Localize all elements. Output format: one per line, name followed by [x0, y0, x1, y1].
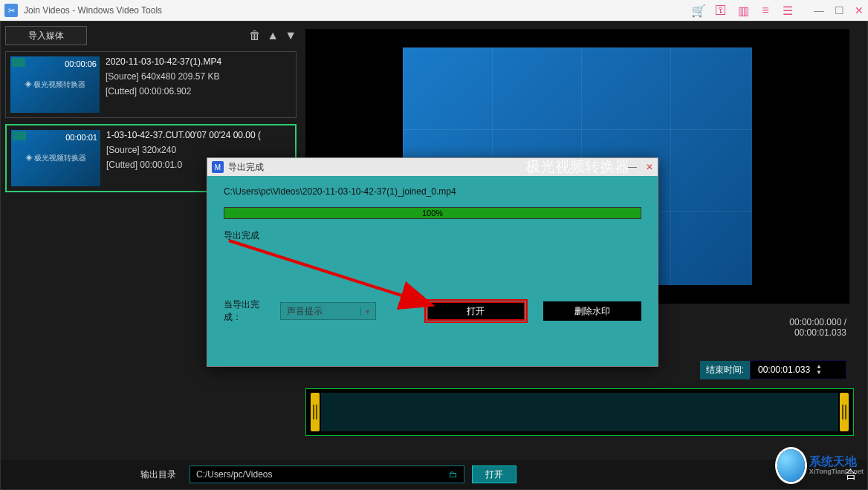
media-cutted: [Cutted] 00:00:06.902 — [106, 86, 221, 97]
end-time-input[interactable]: 00:00:01.033 ▲▼ — [750, 360, 846, 379]
window-title: Join Videos - Windows Video Tools — [24, 5, 162, 16]
output-path-field[interactable]: C:/Users/pc/Videos 🗀 — [190, 466, 464, 483]
on-complete-select[interactable]: 声音提示 ▾ — [280, 302, 376, 320]
dialog-open-button[interactable]: 打开 — [427, 301, 525, 321]
current-time: 00:00:00.000 / — [789, 317, 846, 327]
media-toolbar: 导入媒体 🗑 ▲ ▼ — [5, 26, 297, 45]
media-duration: 00:00:01 — [65, 133, 97, 142]
media-item[interactable]: 00:00:06 ◈ 极光视频转换器 2020-11-03-10-42-37(1… — [5, 51, 297, 118]
end-time-label: 结束时间: — [700, 361, 750, 379]
progress-bar: 100% — [224, 207, 641, 219]
sliders-icon[interactable]: ≡ — [759, 4, 772, 17]
progress-percent: 100% — [422, 208, 443, 218]
thumb-badge-icon — [13, 131, 26, 140]
media-thumbnail: 00:00:01 ◈ 极光视频转换器 — [11, 130, 100, 186]
app-icon: ✂ — [4, 4, 18, 17]
key-icon[interactable]: ⚿ — [714, 4, 728, 17]
end-time-row: 结束时间: 00:00:01.033 ▲▼ — [700, 360, 846, 379]
export-file-path: C:\Users\pc\Videos\2020-11-03-10-42-37(1… — [224, 186, 641, 197]
timeline-start-handle[interactable] — [311, 393, 320, 431]
layout-icon[interactable]: ▥ — [736, 4, 750, 17]
watermark-url: XiTongTianDi.net — [809, 468, 864, 476]
import-media-button[interactable]: 导入媒体 — [5, 26, 87, 45]
move-down-icon[interactable]: ▼ — [285, 29, 297, 42]
globe-icon — [777, 449, 805, 482]
end-time-stepper[interactable]: ▲▼ — [816, 364, 822, 376]
cart-icon[interactable]: 🛒 — [692, 4, 705, 17]
timeline[interactable] — [305, 388, 854, 436]
maximize-button[interactable]: ☐ — [835, 4, 844, 16]
site-watermark: 系统天地 XiTongTianDi.net — [777, 445, 864, 486]
media-filename: 2020-11-03-10-42-37(1).MP4 — [106, 56, 221, 67]
minimize-button[interactable]: — — [814, 4, 824, 16]
output-dir-label: 输出目录 — [140, 468, 176, 481]
watermark-name: 系统天地 — [809, 455, 864, 468]
thumb-watermark: ◈ 极光视频转换器 — [25, 79, 86, 90]
folder-icon[interactable]: 🗀 — [449, 469, 458, 480]
dialog-close-button[interactable]: ✕ — [646, 162, 653, 172]
preview-center-text: 极光视频转换器 — [525, 157, 629, 177]
trash-icon[interactable]: 🗑 — [249, 29, 261, 42]
move-up-icon[interactable]: ▲ — [267, 29, 279, 42]
dialog-app-icon: M — [212, 161, 224, 173]
media-filename: 1-03-10-42-37.CUT.00'07 00'24 00.00 ( — [106, 130, 261, 140]
thumb-badge-icon — [12, 58, 25, 67]
open-output-button[interactable]: 打开 — [472, 466, 516, 483]
titlebar: ✂ Join Videos - Windows Video Tools 🛒 ⚿ … — [0, 0, 868, 21]
dialog-title: 导出完成 — [228, 161, 264, 174]
export-status: 导出完成 — [224, 229, 641, 242]
chevron-down-icon: ▾ — [360, 307, 369, 316]
time-display: 00:00:00.000 / 00:00:01.033 — [789, 317, 846, 338]
output-path-value: C:/Users/pc/Videos — [196, 469, 273, 480]
on-complete-value: 声音提示 — [287, 305, 323, 318]
total-time: 00:00:01.033 — [789, 327, 846, 338]
bottom-bar: 输出目录 C:/Users/pc/Videos 🗀 打开 合 — [1, 460, 867, 489]
menu-icon[interactable]: ☰ — [781, 4, 794, 17]
media-duration: 00:00:06 — [65, 59, 97, 68]
end-time-value: 00:00:01.033 — [758, 365, 810, 375]
close-button[interactable]: ✕ — [855, 4, 864, 16]
timeline-track[interactable] — [321, 393, 838, 431]
timeline-end-handle[interactable] — [840, 393, 849, 431]
media-source: [Source] 320x240 — [106, 145, 261, 155]
on-complete-label: 当导出完成： — [224, 298, 276, 324]
media-thumbnail: 00:00:06 ◈ 极光视频转换器 — [10, 56, 100, 113]
thumb-watermark: ◈ 极光视频转换器 — [25, 153, 87, 163]
remove-watermark-button[interactable]: 删除水印 — [543, 301, 641, 321]
media-source: [Source] 640x480 209.57 KB — [106, 71, 221, 82]
export-complete-dialog: M 导出完成 — ✕ C:\Users\pc\Videos\2020-11-03… — [207, 157, 658, 367]
